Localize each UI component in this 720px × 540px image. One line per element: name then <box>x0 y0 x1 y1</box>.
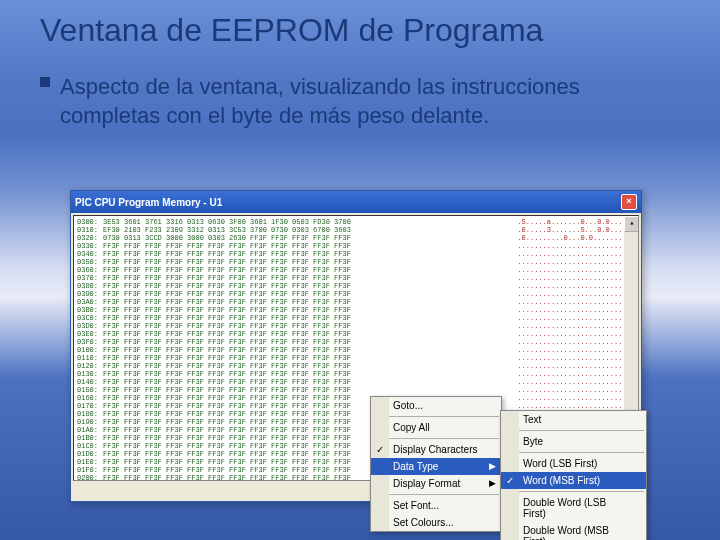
submenu-byte[interactable]: Byte <box>501 433 646 450</box>
close-button[interactable]: × <box>621 194 637 210</box>
window-title: PIC CPU Program Memory - U1 <box>75 197 222 208</box>
check-icon: ✓ <box>376 444 384 455</box>
chevron-right-icon: ▶ <box>489 461 496 471</box>
bullet-item: Aspecto de la ventana, visualizando las … <box>0 55 720 140</box>
menu-separator <box>373 438 499 439</box>
menu-copy-all[interactable]: Copy All <box>371 419 501 436</box>
menu-goto[interactable]: Goto... <box>371 397 501 414</box>
menu-display-chars[interactable]: ✓ Display Characters <box>371 441 501 458</box>
menu-label: Word (MSB First) <box>523 475 600 486</box>
check-icon: ✓ <box>506 475 514 486</box>
data-type-submenu: Text Byte Word (LSB First) ✓ Word (MSB F… <box>500 410 647 540</box>
menu-separator <box>503 491 644 492</box>
submenu-dword-lsb[interactable]: Double Word (LSB First) <box>501 494 646 522</box>
menu-separator <box>503 452 644 453</box>
menu-data-type[interactable]: Data Type ▶ <box>371 458 501 475</box>
menu-label: Display Format <box>393 478 460 489</box>
address-column: 0300: 0310: 0320: 0330: 0340: 0350: 0360… <box>74 216 101 480</box>
window-titlebar[interactable]: PIC CPU Program Memory - U1 × <box>71 191 641 213</box>
submenu-text[interactable]: Text <box>501 411 646 428</box>
menu-label: Display Characters <box>393 444 477 455</box>
submenu-word-lsb[interactable]: Word (LSB First) <box>501 455 646 472</box>
menu-separator <box>373 416 499 417</box>
bullet-text: Aspecto de la ventana, visualizando las … <box>60 73 670 130</box>
menu-label: Data Type <box>393 461 438 472</box>
submenu-dword-msb[interactable]: Double Word (MSB First) <box>501 522 646 540</box>
menu-separator <box>373 494 499 495</box>
submenu-word-msb[interactable]: ✓ Word (MSB First) <box>501 472 646 489</box>
menu-set-colours[interactable]: Set Colours... <box>371 514 501 531</box>
scroll-up-icon[interactable]: ▴ <box>624 216 639 232</box>
chevron-right-icon: ▶ <box>489 478 496 488</box>
bullet-icon <box>40 77 50 87</box>
slide-title: Ventana de EEPROM de Programa <box>0 0 720 55</box>
menu-display-format[interactable]: Display Format ▶ <box>371 475 501 492</box>
menu-separator <box>503 430 644 431</box>
menu-set-font[interactable]: Set Font... <box>371 497 501 514</box>
context-menu: Goto... Copy All ✓ Display Characters Da… <box>370 396 502 532</box>
